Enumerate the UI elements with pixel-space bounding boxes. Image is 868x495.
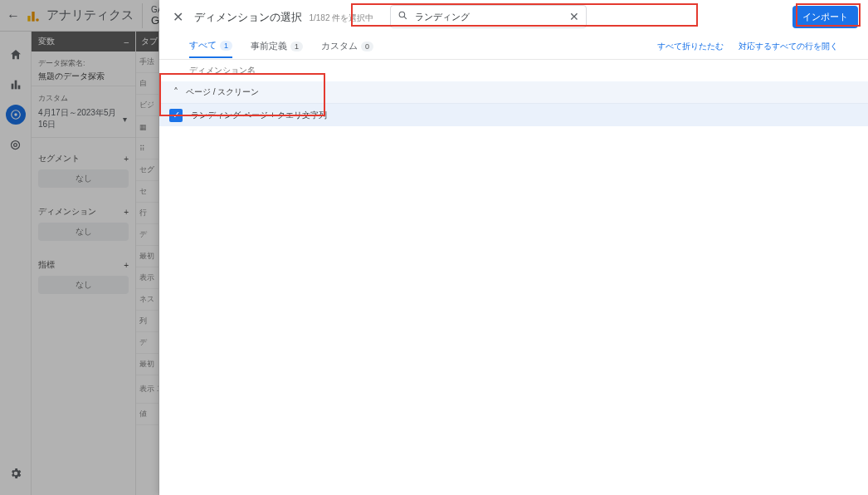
import-button[interactable]: インポート [792,6,858,28]
search-input[interactable] [415,12,568,22]
group-label: ページ / スクリーン [186,86,259,98]
expand-matching-link[interactable]: 対応するすべての行を開く [739,41,838,52]
search-icon [397,10,408,23]
tab-custom-label: カスタム [321,40,358,52]
svg-point-10 [399,12,405,17]
checkbox-checked-icon[interactable]: ✓ [169,109,183,122]
dimension-item-label: ランディング ページ + クエリ文字列 [191,110,327,121]
tab-custom[interactable]: カスタム 0 [321,40,373,57]
tab-row: すべて 1 事前定義 1 カスタム 0 すべて折りたたむ 対応するすべての行を開… [159,33,868,60]
dimension-picker-panel: ✕ ディメンションの選択 1/182 件を選択中 ✕ インポート すべて 1 事… [159,0,868,495]
tab-all-label: すべて [189,39,217,51]
search-field-wrap[interactable]: ✕ [390,5,586,28]
tab-predefined-label: 事前定義 [251,40,287,52]
tab-all[interactable]: すべて 1 [189,39,232,58]
tab-predefined-count: 1 [290,42,303,51]
modal-title: ディメンションの選択 [194,11,302,23]
modal-header: ✕ ディメンションの選択 1/182 件を選択中 ✕ インポート [159,0,868,33]
close-icon[interactable]: ✕ [169,9,186,25]
column-header: ディメンション名 [159,60,868,81]
tab-predefined[interactable]: 事前定義 1 [251,40,303,57]
tab-custom-count: 0 [361,42,373,51]
tab-all-count: 1 [220,41,232,51]
dimension-item-landing-page[interactable]: ✓ ランディング ページ + クエリ文字列 [159,103,868,126]
svg-line-11 [404,17,407,19]
group-page-screen[interactable]: ˄ ページ / スクリーン [159,81,868,103]
collapse-all-link[interactable]: すべて折りたたむ [657,41,724,52]
selection-count: 1/182 件を選択中 [309,13,373,22]
clear-search-icon[interactable]: ✕ [569,10,579,23]
chevron-up-icon: ˄ [166,86,186,98]
